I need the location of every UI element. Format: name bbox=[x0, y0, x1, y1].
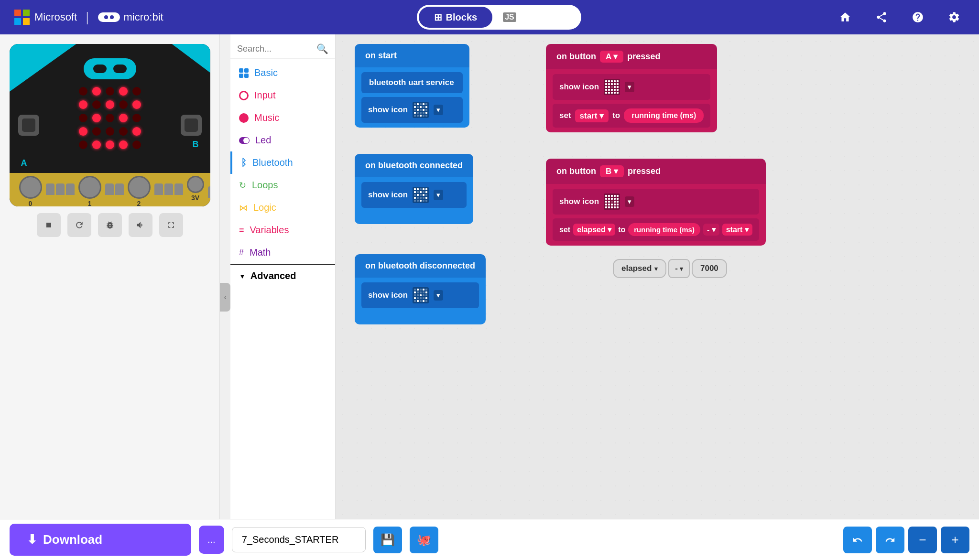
toolbox-label-variables: Variables bbox=[250, 225, 289, 236]
header-right bbox=[835, 7, 965, 28]
sim-pin-mini bbox=[164, 183, 173, 195]
minus-op-pill[interactable]: - ▾ bbox=[668, 259, 690, 278]
toolbox-item-variables[interactable]: ≡ Variables bbox=[230, 219, 335, 241]
sim-btn-a-label: A bbox=[21, 158, 27, 168]
button-b-var[interactable]: B ▾ bbox=[600, 165, 624, 177]
download-button[interactable]: ⬇ Download bbox=[10, 524, 191, 556]
help-button[interactable] bbox=[907, 7, 928, 28]
tab-javascript-label: JavaScript bbox=[519, 12, 564, 23]
sim-led bbox=[106, 100, 114, 109]
sim-sound-button[interactable] bbox=[129, 213, 152, 237]
toolbox-item-loops[interactable]: ↻ Loops bbox=[230, 174, 335, 196]
block-bluetooth-connected-header: on bluetooth connected bbox=[355, 154, 473, 177]
simulator-button-b[interactable] bbox=[181, 115, 202, 136]
sim-pin-circle bbox=[19, 176, 42, 199]
logic-icon: ⋈ bbox=[239, 203, 248, 213]
zoom-in-button[interactable] bbox=[941, 527, 969, 553]
icon-dropdown[interactable]: ▾ bbox=[434, 190, 443, 200]
icon-dropdown[interactable]: ▾ bbox=[625, 196, 634, 207]
minus-dropdown[interactable]: - ▾ bbox=[703, 224, 719, 236]
block-on-bluetooth-connected[interactable]: on bluetooth connected show icon ▾ bbox=[355, 154, 473, 224]
undo-button[interactable] bbox=[843, 527, 872, 553]
bluetooth-icon: ᛒ bbox=[241, 157, 247, 168]
github-button[interactable]: 🐙 bbox=[410, 527, 438, 553]
zoom-out-button[interactable] bbox=[908, 527, 937, 553]
header-center: ⊞ Blocks JS JavaScript ▾ bbox=[417, 5, 582, 30]
redo-button[interactable] bbox=[876, 527, 904, 553]
toolbox: 🔍 Basic Input Music Led ᛒ bbox=[230, 34, 336, 560]
sim-face bbox=[84, 58, 136, 79]
save-button[interactable]: 💾 bbox=[373, 527, 402, 553]
value-7000-pill[interactable]: 7000 bbox=[692, 259, 727, 278]
block-set-elapsed[interactable]: set elapsed ▾ to running time (ms) - ▾ s… bbox=[553, 218, 759, 241]
block-show-icon-button-a[interactable]: show icon ▾ bbox=[553, 74, 710, 100]
block-show-icon-onstart[interactable]: show icon ▾ bbox=[361, 97, 463, 123]
running-time-b-value[interactable]: running time (ms) bbox=[628, 223, 700, 236]
toolbox-label-loops: Loops bbox=[252, 180, 278, 191]
variables-icon: ≡ bbox=[239, 225, 244, 235]
block-on-button-a[interactable]: on button A ▾ pressed show icon ▾ bbox=[546, 44, 717, 132]
block-bluetooth-uart[interactable]: bluetooth uart service bbox=[361, 72, 463, 93]
settings-button[interactable] bbox=[944, 7, 965, 28]
toolbox-label-input: Input bbox=[254, 90, 275, 101]
sim-led bbox=[79, 87, 87, 96]
sim-debug-button[interactable] bbox=[98, 213, 122, 237]
sim-led bbox=[132, 114, 141, 122]
tab-blocks[interactable]: ⊞ Blocks bbox=[419, 7, 493, 28]
button-a-pressed-label: pressed bbox=[627, 52, 660, 62]
block-bluetooth-disconnected-body: show icon ▾ bbox=[355, 278, 486, 324]
sim-led bbox=[92, 127, 101, 136]
sim-stop-button[interactable] bbox=[37, 213, 61, 237]
search-input[interactable] bbox=[237, 44, 316, 54]
block-show-icon-connected[interactable]: show icon ▾ bbox=[361, 182, 467, 208]
start-var-dropdown[interactable]: start ▾ bbox=[575, 109, 609, 122]
toolbox-item-logic[interactable]: ⋈ Logic bbox=[230, 196, 335, 219]
running-time-value[interactable]: running time (ms) bbox=[624, 108, 704, 123]
bottom-right-actions bbox=[843, 527, 969, 553]
elapsed-var-dropdown[interactable]: elapsed ▾ bbox=[573, 224, 615, 236]
project-name-input[interactable] bbox=[232, 527, 366, 552]
icon-dropdown[interactable]: ▾ bbox=[625, 82, 634, 92]
sim-led bbox=[106, 127, 114, 136]
save-icon: 💾 bbox=[381, 533, 395, 547]
home-button[interactable] bbox=[835, 7, 856, 28]
button-b-pressed-label: pressed bbox=[628, 166, 661, 176]
sim-led bbox=[119, 100, 128, 109]
block-show-icon-button-b[interactable]: show icon ▾ bbox=[553, 189, 759, 215]
more-options-button[interactable]: ... bbox=[199, 526, 224, 554]
icon-dropdown[interactable]: ▾ bbox=[434, 290, 443, 301]
toolbox-item-basic[interactable]: Basic bbox=[230, 62, 335, 84]
block-on-button-b[interactable]: on button B ▾ pressed show icon ▾ bbox=[546, 159, 766, 246]
block-on-bluetooth-disconnected[interactable]: on bluetooth disconnected show icon ▾ bbox=[355, 254, 486, 324]
sim-fullscreen-button[interactable] bbox=[159, 213, 183, 237]
toolbox-item-bluetooth[interactable]: ᛒ Bluetooth bbox=[230, 151, 335, 174]
workspace[interactable]: on start bluetooth uart service show ico… bbox=[336, 34, 979, 560]
icon-dropdown[interactable]: ▾ bbox=[434, 105, 443, 115]
sim-led bbox=[119, 114, 128, 122]
block-elapsed-value[interactable]: elapsed ▾ - ▾ 7000 bbox=[613, 259, 727, 278]
toolbox-item-advanced[interactable]: ▼ Advanced bbox=[230, 264, 335, 287]
start-var2-dropdown[interactable]: start ▾ bbox=[722, 224, 752, 236]
button-a-var[interactable]: A ▾ bbox=[600, 51, 623, 63]
sim-pin-label: 0 bbox=[29, 200, 33, 206]
tab-javascript[interactable]: JS JavaScript ▾ bbox=[493, 7, 579, 28]
simulator-button-a[interactable] bbox=[18, 115, 39, 136]
sim-pin-mini bbox=[66, 183, 75, 195]
elapsed-expression: elapsed ▾ - ▾ 7000 bbox=[613, 259, 727, 278]
sim-led bbox=[92, 100, 101, 109]
sim-pin-label: 2 bbox=[137, 200, 141, 206]
sim-pins: 0 1 2 bbox=[10, 173, 210, 206]
block-show-icon-disconnected[interactable]: show icon ▾ bbox=[361, 282, 479, 308]
toolbox-item-math[interactable]: # Math bbox=[230, 241, 335, 264]
collapse-sidebar-button[interactable]: ‹ bbox=[220, 283, 230, 312]
block-set-start[interactable]: set start ▾ to running time (ms) bbox=[553, 104, 710, 128]
toolbox-item-music[interactable]: Music bbox=[230, 107, 335, 129]
toolbox-label-math: Math bbox=[250, 247, 271, 258]
toolbox-item-led[interactable]: Led bbox=[230, 129, 335, 151]
sim-led bbox=[106, 87, 114, 96]
elapsed-var-pill[interactable]: elapsed ▾ bbox=[613, 259, 666, 278]
sim-restart-button[interactable] bbox=[67, 213, 91, 237]
block-on-start[interactable]: on start bluetooth uart service show ico… bbox=[355, 44, 469, 128]
toolbox-item-input[interactable]: Input bbox=[230, 84, 335, 107]
share-button[interactable] bbox=[871, 7, 892, 28]
